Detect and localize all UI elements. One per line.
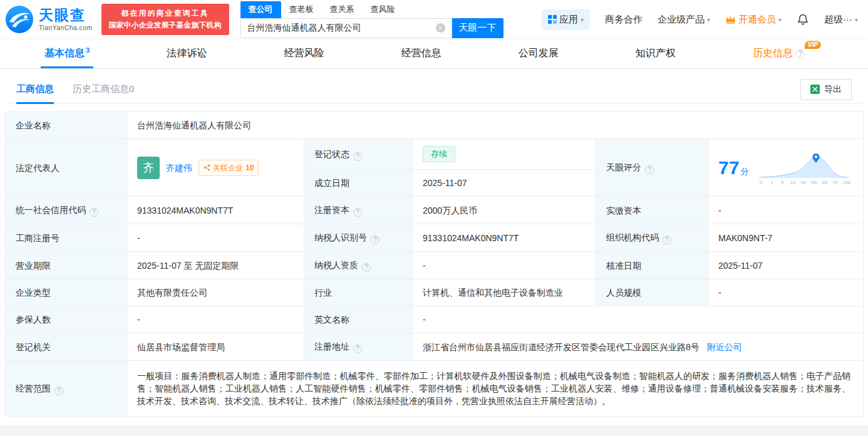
field-value-reg-status: 存续 (413, 139, 596, 170)
search-input[interactable] (247, 23, 436, 33)
field-label-authority: 登记机关 (6, 333, 127, 361)
tab-operating-risk[interactable]: 经营风险 (280, 39, 328, 68)
field-value-scope: 一般项目：服务消费机器人制造；通用零部件制造；机械零件、零部件加工；计算机软硬件… (127, 361, 864, 417)
company-info-table: 企业名称 台州浩海仙通机器人有限公司 法定代表人 齐 齐建伟 (5, 112, 864, 417)
apps-label: 应用 (559, 14, 578, 26)
field-label-address: 注册地址? (304, 333, 413, 361)
excel-icon (810, 85, 820, 94)
notifications-button[interactable] (797, 13, 809, 26)
table-row: 工商注册号 - 纳税人识别号? 91331024MAK0N9NT7T 组织机构代… (6, 224, 864, 252)
business-coop-link[interactable]: 商务合作 (605, 14, 643, 26)
svg-text:5: 5 (781, 180, 783, 185)
related-companies-tag[interactable]: 关联企业 10 (199, 160, 259, 176)
help-icon[interactable]: ? (90, 208, 98, 217)
field-value-company-type: 其他有限责任公司 (127, 279, 304, 306)
apps-grid-icon (548, 15, 557, 24)
field-label-scope: 经营范围? (6, 361, 127, 417)
search-tab-boss[interactable]: 查老板 (281, 1, 322, 18)
field-value-legal-rep: 齐 齐建伟 关联企业 10 (127, 139, 304, 197)
help-icon[interactable]: ? (663, 236, 671, 244)
brand-domain: TianYanCha.com (39, 24, 93, 31)
field-value-org-code: MAK0N9NT-7 (708, 224, 864, 252)
field-label-insured: 参保人数 (6, 306, 127, 333)
score-number[interactable]: 77分 (718, 158, 748, 177)
help-icon[interactable]: ? (371, 236, 380, 244)
search-area: 查公司 查老板 查关系 查风险 ✕ 天眼一下 (240, 1, 504, 38)
search-button[interactable]: 天眼一下 (452, 18, 504, 38)
chevron-down-icon: ▾ (778, 16, 782, 23)
table-row: 营业期限 2025-11-07 至 无固定期限 纳税人资质? - 核准日期 20… (6, 252, 864, 279)
tab-history-info[interactable]: 历史信息 ? VIP (749, 39, 809, 68)
status-badge: 存续 (423, 146, 455, 162)
super-vip-menu[interactable]: 超级··· ▾ (824, 14, 858, 26)
tab-intellectual-property[interactable]: 知识产权 (632, 39, 679, 68)
table-row: 参保人数 - 英文名称 - (6, 306, 864, 333)
enterprise-products-menu[interactable]: 企业级产品 ▾ (658, 14, 710, 26)
tab-legal-litigation[interactable]: 法律诉讼 (163, 39, 210, 68)
export-label: 导出 (824, 84, 842, 95)
field-label-credit-code: 统一社会信用代码? (6, 197, 127, 224)
field-value-business-term: 2025-11-07 至 无固定期限 (127, 252, 304, 279)
slogan-badge: 都在用的商业查询工具 国家中小企业发展子基金旗下机构 (101, 4, 229, 34)
field-value-establish-date: 2025-11-07 (413, 170, 596, 197)
field-value-company-name: 台州浩海仙通机器人有限公司 (127, 112, 864, 139)
field-value-score: 77分 0 1 5 15 50 65 (708, 139, 864, 197)
field-label-business-term: 营业期限 (6, 252, 127, 279)
search-tabs: 查公司 查老板 查关系 查风险 (240, 1, 504, 18)
search-tab-risk[interactable]: 查风险 (363, 1, 403, 18)
tianyancha-logo-icon (5, 5, 34, 34)
table-row: 登记机关 仙居县市场监督管理局 注册地址? 浙江省台州市仙居县福应街道经济开发区… (6, 333, 864, 361)
search-tab-relation[interactable]: 查关系 (322, 1, 363, 18)
field-value-taxpayer-quality: - (413, 252, 596, 279)
help-icon[interactable]: ? (362, 263, 371, 272)
sub-tabs: 工商信息 历史工商信息0 导出 (5, 75, 863, 104)
tab-basic-info[interactable]: 基本信息 3 (41, 39, 93, 68)
field-label-score: 天眼评分? (596, 139, 708, 197)
top-header: 天眼查 TianYanCha.com 都在用的商业查询工具 国家中小企业发展子基… (0, 0, 868, 39)
open-vip-menu[interactable]: 开通会员 ▾ (725, 14, 782, 26)
search-tab-company[interactable]: 查公司 (240, 1, 281, 18)
tab-operating-info[interactable]: 经营信息 (398, 39, 445, 68)
svg-text:0: 0 (760, 180, 762, 185)
field-label-reg-no: 工商注册号 (6, 224, 127, 252)
help-icon[interactable]: ? (353, 152, 362, 161)
chevron-down-icon: ▾ (855, 16, 858, 23)
field-value-paid-capital: - (708, 197, 864, 224)
page-bottom-strip (0, 425, 868, 436)
clear-search-icon[interactable]: ✕ (436, 23, 445, 33)
page: 天眼查 TianYanCha.com 都在用的商业查询工具 国家中小企业发展子基… (0, 0, 868, 436)
relation-icon (204, 164, 210, 171)
field-value-staff-size: - (708, 279, 864, 306)
field-value-insured: - (127, 306, 304, 333)
crown-icon (725, 15, 736, 24)
vip-badge: VIP (805, 41, 821, 49)
table-row: 经营范围? 一般项目：服务消费机器人制造；通用零部件制造；机械零件、零部件加工；… (6, 361, 864, 417)
field-label-company-type: 企业类型 (6, 279, 127, 306)
subtab-history-registration[interactable]: 历史工商信息0 (73, 75, 134, 103)
table-row: 企业类型 其他有限责任公司 行业 计算机、通信和其他电子设备制造业 人员规模 - (6, 279, 864, 306)
help-icon[interactable]: ? (353, 345, 362, 353)
field-value-credit-code: 91331024MAK0N9NT7T (127, 197, 304, 224)
subtab-business-registration[interactable]: 工商信息 (16, 75, 54, 103)
help-icon[interactable]: ? (645, 165, 654, 174)
chevron-down-icon: ▾ (707, 16, 710, 23)
svg-text:1: 1 (770, 180, 773, 185)
tianyancha-logo[interactable]: 天眼查 TianYanCha.com (5, 5, 93, 34)
legal-rep-avatar[interactable]: 齐 (137, 157, 160, 179)
slogan-line2: 国家中小企业发展子基金旗下机构 (109, 19, 222, 31)
help-icon[interactable]: ? (54, 387, 63, 395)
help-icon[interactable]: ? (796, 49, 805, 58)
apps-menu[interactable]: 应用 ▾ (542, 9, 590, 30)
legal-rep-name-link[interactable]: 齐建伟 (166, 162, 192, 174)
table-row: 法定代表人 齐 齐建伟 关联企业 (6, 139, 864, 170)
field-label-company-name: 企业名称 (6, 112, 127, 139)
tab-company-development[interactable]: 公司发展 (515, 39, 562, 68)
table-row: 企业名称 台州浩海仙通机器人有限公司 (6, 112, 864, 139)
svg-text:100: 100 (843, 180, 851, 185)
field-label-establish-date: 成立日期 (304, 170, 413, 197)
export-button[interactable]: 导出 (800, 79, 852, 100)
field-value-authority: 仙居县市场监督管理局 (127, 333, 304, 361)
field-label-paid-capital: 实缴资本 (596, 197, 708, 224)
help-icon[interactable]: ? (353, 208, 362, 217)
nearby-companies-link[interactable]: 附近公司 (707, 342, 742, 352)
